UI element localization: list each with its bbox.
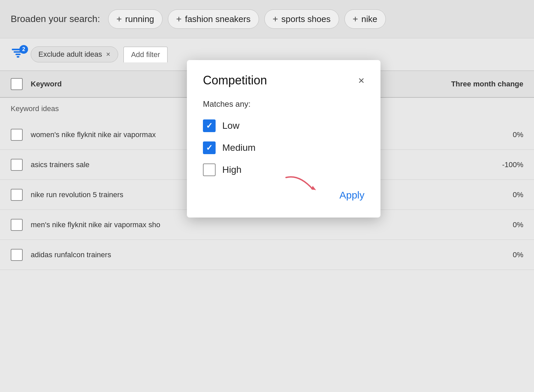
broaden-chip-running[interactable]: + running [108, 9, 163, 29]
modal-close-button[interactable]: × [358, 75, 364, 86]
keyword-text: men's nike flyknit nike air vapormax sho [31, 221, 437, 229]
modal-subtitle: Matches any: [203, 99, 364, 109]
row-checkbox-col [11, 159, 31, 171]
three-month-col-header: Three month change [437, 79, 523, 89]
row-checkbox[interactable] [11, 219, 23, 231]
broaden-chip-sports-shoes-label: sports shoes [281, 14, 330, 24]
low-option-row: ✓ Low [203, 119, 364, 132]
plus-icon: + [176, 14, 182, 24]
broaden-chip-fashion-sneakers-label: fashion sneakers [185, 14, 251, 24]
add-filter-button[interactable]: Add filter [123, 47, 168, 62]
broaden-chip-nike-label: nike [361, 14, 377, 24]
apply-button[interactable]: Apply [339, 189, 364, 201]
filter-badge: 2 [19, 45, 28, 54]
three-month-value: -100% [437, 160, 523, 169]
broaden-chip-nike[interactable]: + nike [344, 9, 386, 29]
remove-filter-icon[interactable]: × [106, 50, 110, 59]
three-month-value: 0% [437, 190, 523, 199]
broaden-chip-running-label: running [125, 14, 154, 24]
select-all-checkbox[interactable] [11, 78, 23, 90]
broaden-chip-fashion-sneakers[interactable]: + fashion sneakers [168, 9, 259, 29]
medium-option-row: ✓ Medium [203, 141, 364, 154]
modal-title: Competition [203, 73, 267, 87]
high-label: High [222, 164, 242, 175]
low-checkbox[interactable]: ✓ [203, 119, 216, 132]
checkmark-icon: ✓ [206, 121, 213, 130]
low-label: Low [222, 120, 239, 131]
plus-icon: + [116, 14, 122, 24]
row-checkbox[interactable] [11, 159, 23, 171]
three-month-value: 0% [437, 130, 523, 139]
modal-footer: Apply [203, 189, 364, 201]
broaden-search-bar: Broaden your search: + running + fashion… [0, 0, 534, 38]
table-row: adidas runfalcon trainers 0% [0, 240, 534, 270]
modal-header: Competition × [203, 73, 364, 87]
high-checkbox[interactable]: ✓ [203, 163, 216, 176]
broaden-chip-sports-shoes[interactable]: + sports shoes [264, 9, 339, 29]
keyword-text: adidas runfalcon trainers [31, 251, 437, 259]
row-checkbox[interactable] [11, 189, 23, 201]
row-checkbox-col [11, 219, 31, 231]
checkmark-icon: ✓ [206, 143, 213, 152]
medium-label: Medium [222, 142, 256, 153]
broaden-label: Broaden your search: [11, 14, 100, 24]
filter-icon-wrap[interactable]: 2 [11, 47, 25, 62]
row-checkbox[interactable] [11, 129, 23, 141]
exclude-adult-label: Exclude adult ideas [38, 50, 102, 59]
row-checkbox-col [11, 129, 31, 141]
svg-marker-0 [311, 186, 316, 190]
plus-icon: + [273, 14, 278, 24]
apply-arrow-annotation [279, 171, 333, 198]
three-month-value: 0% [437, 251, 523, 259]
plus-icon: + [353, 14, 358, 24]
row-checkbox[interactable] [11, 249, 23, 261]
row-checkbox-col [11, 249, 31, 261]
three-month-value: 0% [437, 221, 523, 229]
competition-modal: Competition × Matches any: ✓ Low ✓ Mediu… [187, 60, 380, 218]
medium-checkbox[interactable]: ✓ [203, 141, 216, 154]
exclude-adult-filter-chip[interactable]: Exclude adult ideas × [31, 46, 118, 62]
row-checkbox-col [11, 189, 31, 201]
header-checkbox-col [11, 78, 31, 90]
